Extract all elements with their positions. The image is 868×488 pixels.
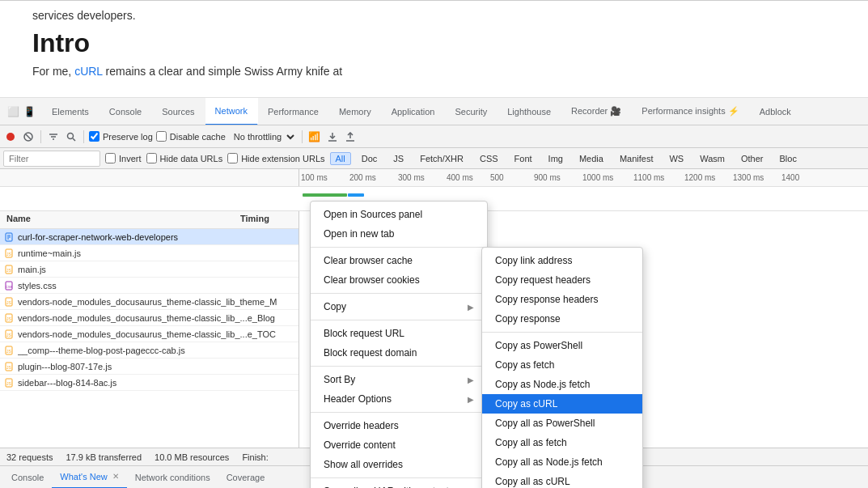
export-icon[interactable] xyxy=(343,129,358,144)
context-override-content[interactable]: Override content xyxy=(311,435,487,455)
webpage-text1: services developers. xyxy=(32,9,836,22)
hide-data-urls-checkbox[interactable]: Hide data URLs xyxy=(146,153,223,163)
tab-elements[interactable]: Elements xyxy=(42,98,100,125)
copy-response-headers[interactable]: Copy response headers xyxy=(482,290,642,309)
copy-request-headers[interactable]: Copy request headers xyxy=(482,270,642,290)
filter-input[interactable] xyxy=(3,151,100,167)
context-clear-cache[interactable]: Clear browser cache xyxy=(311,251,487,270)
file-item[interactable]: JS vendors-node_modules_docusaurus_theme… xyxy=(0,326,299,342)
filter-btn[interactable] xyxy=(46,129,61,144)
filter-fetch-xhr[interactable]: Fetch/XHR xyxy=(414,152,469,165)
context-clear-cookies[interactable]: Clear browser cookies xyxy=(311,270,487,290)
bottom-tab-console-label: Console xyxy=(11,473,44,482)
filter-bloc[interactable]: Bloc xyxy=(774,152,802,165)
copy-link-address[interactable]: Copy link address xyxy=(482,251,642,270)
file-icon-js: JS xyxy=(3,312,15,324)
context-block-domain[interactable]: Block request domain xyxy=(311,343,487,363)
curl-link[interactable]: cURL xyxy=(74,65,103,78)
name-column-header xyxy=(0,169,299,186)
context-copy[interactable]: Copy ▶ xyxy=(311,297,487,316)
svg-text:JS: JS xyxy=(6,349,12,354)
context-header-options[interactable]: Header Options ▶ xyxy=(311,389,487,409)
file-item[interactable]: JS vendors-node_modules_docusaurus_theme… xyxy=(0,310,299,326)
file-name: styles.css xyxy=(18,281,299,291)
tab-sources[interactable]: Sources xyxy=(152,98,205,125)
copy-all-as-fetch[interactable]: Copy all as fetch xyxy=(482,433,642,452)
copy-response[interactable]: Copy response xyxy=(482,309,642,329)
tab-application[interactable]: Application xyxy=(382,98,446,125)
tab-performance[interactable]: Performance xyxy=(258,98,329,125)
bottom-tab-network-conditions[interactable]: Network conditions xyxy=(127,466,218,489)
preserve-log-checkbox[interactable]: Preserve log xyxy=(89,131,153,142)
tab-performance-insights[interactable]: Performance insights ⚡ xyxy=(632,98,749,125)
context-sort-by[interactable]: Sort By ▶ xyxy=(311,370,487,389)
clear-btn[interactable] xyxy=(21,129,36,144)
context-override-headers[interactable]: Override headers xyxy=(311,416,487,435)
divider xyxy=(311,477,487,478)
filter-img[interactable]: Img xyxy=(543,152,569,165)
divider2 xyxy=(83,130,84,143)
file-item[interactable]: JS sidebar---blog-814-8ac.js xyxy=(0,375,299,391)
context-save-har[interactable]: Save all as HAR with content xyxy=(311,482,487,488)
record-stop-btn[interactable] xyxy=(3,129,18,144)
wifi-icon[interactable]: 📶 xyxy=(307,129,322,144)
disable-cache-checkbox[interactable]: Disable cache xyxy=(156,131,226,142)
tab-network[interactable]: Network xyxy=(205,98,258,125)
svg-text:JS: JS xyxy=(6,252,12,257)
col-name: Name xyxy=(0,211,234,228)
tick-900: 900 ms xyxy=(534,173,561,182)
invert-checkbox[interactable]: Invert xyxy=(105,153,142,163)
copy-all-as-powershell[interactable]: Copy all as PowerShell xyxy=(482,414,642,433)
throttle-select[interactable]: No throttling Slow 3G Fast 3G xyxy=(229,131,297,142)
bottom-tab-console[interactable]: Console xyxy=(3,466,52,489)
tab-console[interactable]: Console xyxy=(100,98,152,125)
copy-as-nodejs-fetch[interactable]: Copy as Node.js fetch xyxy=(482,375,642,394)
filter-all[interactable]: All xyxy=(330,152,351,165)
file-item[interactable]: JS vendors-node_modules_docusaurus_theme… xyxy=(0,294,299,310)
context-block-url[interactable]: Block request URL xyxy=(311,324,487,343)
inspect-icon[interactable]: ⬜ xyxy=(6,105,19,118)
waterfall-bar-blue xyxy=(348,193,364,197)
file-item[interactable]: curl-for-scraper-network-web-developers xyxy=(0,229,299,245)
context-open-sources[interactable]: Open in Sources panel xyxy=(311,205,487,224)
bottom-tab-whats-new[interactable]: What's New ✕ xyxy=(52,466,126,489)
filter-manifest[interactable]: Manifest xyxy=(614,152,659,165)
search-btn[interactable] xyxy=(64,129,78,144)
copy-as-powershell[interactable]: Copy as PowerShell xyxy=(482,336,642,355)
bottom-tab-coverage[interactable]: Coverage xyxy=(218,466,273,489)
tab-memory[interactable]: Memory xyxy=(329,98,382,125)
hide-extension-checkbox[interactable]: Hide extension URLs xyxy=(227,153,324,163)
context-show-overrides[interactable]: Show all overrides xyxy=(311,455,487,474)
copy-as-fetch[interactable]: Copy as fetch xyxy=(482,355,642,375)
import-icon[interactable] xyxy=(325,129,340,144)
filter-media[interactable]: Media xyxy=(574,152,609,165)
close-icon[interactable]: ✕ xyxy=(112,472,119,481)
file-list-header: Name Timing xyxy=(0,211,299,229)
filter-doc[interactable]: Doc xyxy=(356,152,383,165)
tab-recorder[interactable]: Recorder 🎥 xyxy=(561,98,632,125)
filter-js[interactable]: JS xyxy=(387,152,409,165)
tab-security[interactable]: Security xyxy=(445,98,498,125)
context-open-tab[interactable]: Open in new tab xyxy=(311,224,487,244)
filter-ws[interactable]: WS xyxy=(663,152,689,165)
divider1 xyxy=(40,130,41,143)
device-icon[interactable]: 📱 xyxy=(23,105,36,118)
file-item[interactable]: JS runtime~main.js xyxy=(0,245,299,261)
tab-lighthouse[interactable]: Lighthouse xyxy=(498,98,561,125)
copy-all-as-nodejs-fetch[interactable]: Copy all as Node.js fetch xyxy=(482,452,642,472)
filter-css[interactable]: CSS xyxy=(474,152,504,165)
file-item[interactable]: JS plugin---blog-807-17e.js xyxy=(0,359,299,375)
file-item[interactable]: CSS styles.css xyxy=(0,278,299,294)
copy-all-as-curl[interactable]: Copy all as cURL xyxy=(482,472,642,488)
tick-200: 200 ms xyxy=(349,173,376,182)
file-item[interactable]: JS main.js xyxy=(0,261,299,278)
copy-as-curl[interactable]: Copy as cURL xyxy=(482,394,642,414)
filter-wasm[interactable]: Wasm xyxy=(694,152,730,165)
filter-font[interactable]: Font xyxy=(509,152,538,165)
filter-other[interactable]: Other xyxy=(735,152,769,165)
svg-text:JS: JS xyxy=(6,268,12,273)
file-icon-js: JS xyxy=(3,248,15,259)
tab-adblock[interactable]: Adblock xyxy=(750,98,802,125)
file-item[interactable]: JS __comp---theme-blog-post-pageccc-cab.… xyxy=(0,342,299,359)
svg-point-0 xyxy=(6,133,15,141)
